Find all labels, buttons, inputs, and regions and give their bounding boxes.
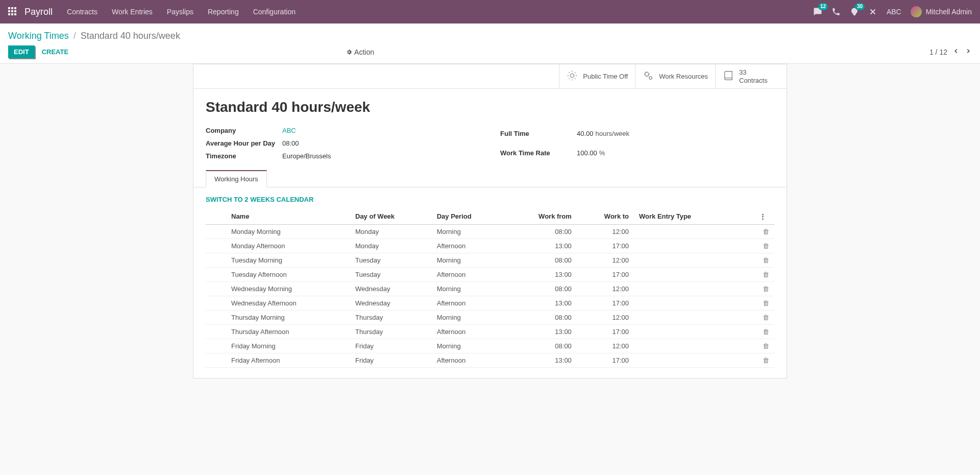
cell-name: Tuesday Afternoon: [226, 268, 350, 282]
pager-next[interactable]: [965, 48, 972, 56]
cell-type: [634, 282, 737, 296]
top-navbar: Payroll Contracts Work Entries Payslips …: [0, 0, 980, 23]
cell-type: [634, 253, 737, 268]
cell-from: 08:00: [505, 311, 576, 325]
cell-dow: Monday: [350, 225, 432, 239]
cell-period: Afternoon: [432, 268, 506, 282]
cell-name: Wednesday Afternoon: [226, 296, 350, 311]
messages-icon[interactable]: 12: [813, 7, 822, 16]
col-work-entry-type[interactable]: Work Entry Type: [634, 208, 737, 225]
table-row[interactable]: Friday MorningFridayMorning08:0012:00🗑: [206, 339, 774, 353]
cell-from: 13:00: [505, 325, 576, 339]
trash-icon[interactable]: 🗑: [763, 314, 769, 321]
col-work-to[interactable]: Work to: [577, 208, 634, 225]
create-button[interactable]: CREATE: [42, 48, 68, 56]
user-menu[interactable]: Mitchell Admin: [911, 6, 972, 17]
table-row[interactable]: Wednesday MorningWednesdayMorning08:0012…: [206, 282, 774, 296]
main-menu: Contracts Work Entries Payslips Reportin…: [67, 8, 296, 16]
trash-icon[interactable]: 🗑: [763, 256, 769, 264]
col-work-from[interactable]: Work from: [505, 208, 576, 225]
cell-name: Tuesday Morning: [226, 253, 350, 268]
trash-icon[interactable]: 🗑: [763, 242, 769, 250]
cell-from: 13:00: [505, 239, 576, 253]
cell-period: Afternoon: [432, 325, 506, 339]
table-row[interactable]: Friday AfternoonFridayAfternoon13:0017:0…: [206, 353, 774, 368]
app-brand[interactable]: Payroll: [24, 7, 53, 17]
apps-menu-icon[interactable]: [8, 7, 17, 16]
breadcrumb-current: Standard 40 hours/week: [81, 31, 180, 41]
avg-hour-field: 08:00: [282, 139, 480, 147]
main-scroll-area[interactable]: Public Time Off Work Resources 33Contrac…: [0, 64, 980, 475]
stat-public-time-off[interactable]: Public Time Off: [559, 64, 635, 88]
table-options-icon[interactable]: ⋮: [756, 212, 769, 220]
trash-icon[interactable]: 🗑: [763, 299, 769, 307]
cell-period: Morning: [432, 282, 506, 296]
tab-working-hours[interactable]: Working Hours: [206, 170, 267, 187]
col-name[interactable]: Name: [226, 208, 350, 225]
messages-badge: 12: [818, 3, 828, 10]
table-row[interactable]: Monday MorningMondayMorning08:0012:00🗑: [206, 225, 774, 239]
trash-icon[interactable]: 🗑: [763, 228, 769, 235]
svg-point-2: [649, 77, 652, 80]
stat-work-resources[interactable]: Work Resources: [635, 64, 715, 88]
menu-contracts[interactable]: Contracts: [67, 8, 97, 16]
cell-name: Thursday Morning: [226, 311, 350, 325]
cell-type: [634, 353, 737, 368]
edit-button[interactable]: EDIT: [8, 45, 35, 58]
cell-to: 17:00: [577, 296, 634, 311]
phone-icon[interactable]: [831, 7, 841, 16]
table-row[interactable]: Tuesday AfternoonTuesdayAfternoon13:0017…: [206, 268, 774, 282]
book-icon: [723, 70, 734, 83]
cell-type: [634, 268, 737, 282]
table-row[interactable]: Thursday MorningThursdayMorning08:0012:0…: [206, 311, 774, 325]
table-row[interactable]: Thursday AfternoonThursdayAfternoon13:00…: [206, 325, 774, 339]
breadcrumb-parent[interactable]: Working Times: [8, 31, 69, 41]
table-row[interactable]: Tuesday MorningTuesdayMorning08:0012:00🗑: [206, 253, 774, 268]
col-day-of-week[interactable]: Day of Week: [350, 208, 432, 225]
full-time-field: 40.00hours/week: [577, 130, 774, 137]
trash-icon[interactable]: 🗑: [763, 357, 769, 364]
col-day-period[interactable]: Day Period: [432, 208, 506, 225]
menu-configuration[interactable]: Configuration: [253, 8, 296, 16]
cell-to: 12:00: [577, 282, 634, 296]
menu-payslips[interactable]: Payslips: [167, 8, 193, 16]
trash-icon[interactable]: 🗑: [763, 328, 769, 336]
cell-period: Morning: [432, 253, 506, 268]
table-row[interactable]: Wednesday AfternoonWednesdayAfternoon13:…: [206, 296, 774, 311]
switch-calendar-button[interactable]: Switch to 2 weeks calendar: [206, 196, 313, 203]
cell-dow: Wednesday: [350, 282, 432, 296]
cell-type: [634, 296, 737, 311]
cell-from: 08:00: [505, 225, 576, 239]
cell-from: 08:00: [505, 253, 576, 268]
work-time-rate-field: 100.00%: [577, 149, 774, 157]
trash-icon[interactable]: 🗑: [763, 285, 769, 293]
menu-reporting[interactable]: Reporting: [208, 8, 239, 16]
breadcrumb: Working Times / Standard 40 hours/week: [8, 31, 972, 41]
cell-dow: Tuesday: [350, 268, 432, 282]
cell-to: 17:00: [577, 325, 634, 339]
company-switcher[interactable]: ABC: [887, 8, 901, 16]
cell-dow: Friday: [350, 339, 432, 353]
cell-to: 17:00: [577, 268, 634, 282]
company-field[interactable]: ABC: [282, 127, 480, 134]
cell-dow: Monday: [350, 239, 432, 253]
activities-icon[interactable]: 30: [850, 7, 859, 16]
trash-icon[interactable]: 🗑: [763, 342, 769, 350]
pager-prev[interactable]: [952, 48, 960, 56]
menu-work-entries[interactable]: Work Entries: [112, 8, 153, 16]
cell-dow: Friday: [350, 353, 432, 368]
stat-button-box: Public Time Off Work Resources 33Contrac…: [193, 64, 787, 89]
avatar: [911, 6, 922, 17]
cell-name: Friday Afternoon: [226, 353, 350, 368]
close-tray-icon[interactable]: [868, 7, 877, 16]
table-row[interactable]: Monday AfternoonMondayAfternoon13:0017:0…: [206, 239, 774, 253]
cell-name: Wednesday Morning: [226, 282, 350, 296]
user-name: Mitchell Admin: [926, 8, 972, 16]
cell-to: 17:00: [577, 239, 634, 253]
stat-contracts[interactable]: 33Contracts: [715, 64, 787, 88]
cell-from: 08:00: [505, 339, 576, 353]
pager-text[interactable]: 1 / 12: [929, 48, 947, 56]
cell-period: Afternoon: [432, 296, 506, 311]
action-dropdown[interactable]: Action: [346, 48, 374, 56]
trash-icon[interactable]: 🗑: [763, 271, 769, 278]
